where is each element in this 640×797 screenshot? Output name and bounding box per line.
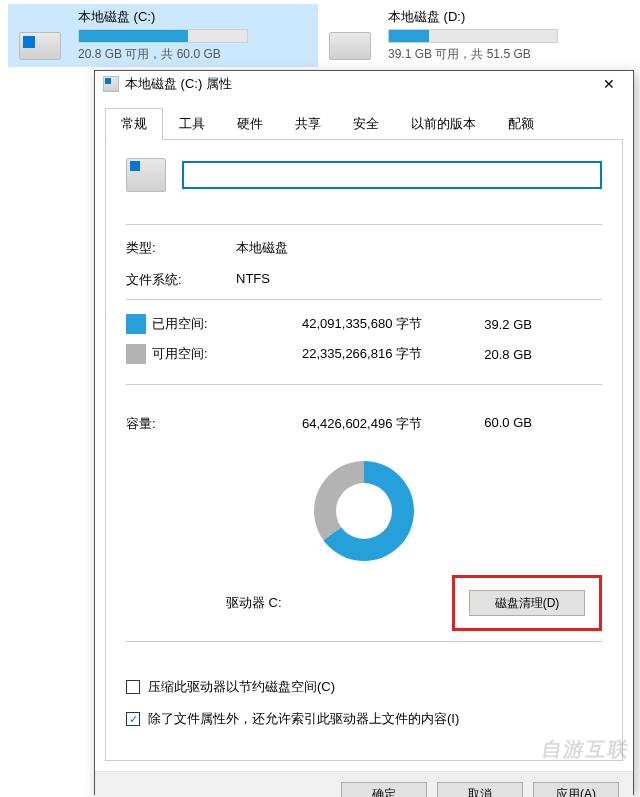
ok-button[interactable]: 确定 xyxy=(341,782,427,797)
divider xyxy=(126,384,602,385)
apply-button[interactable]: 应用(A) xyxy=(533,782,619,797)
capacity-label: 容量: xyxy=(126,415,252,433)
drive-status: 20.8 GB 可用，共 60.0 GB xyxy=(78,46,314,63)
used-swatch-icon xyxy=(126,314,146,334)
drive-info: 本地磁盘 (D:) 39.1 GB 可用，共 51.5 GB xyxy=(388,8,624,63)
tab-quota[interactable]: 配额 xyxy=(492,108,550,140)
type-value: 本地磁盘 xyxy=(236,239,602,257)
filesystem-label: 文件系统: xyxy=(126,271,236,289)
used-gb: 39.2 GB xyxy=(452,317,532,332)
free-swatch-icon xyxy=(126,344,146,364)
drive-icon xyxy=(322,12,378,60)
drive-label: 本地磁盘 (D:) xyxy=(388,8,624,26)
tab-previous[interactable]: 以前的版本 xyxy=(395,108,492,140)
tab-security[interactable]: 安全 xyxy=(337,108,395,140)
drive-label: 本地磁盘 (C:) xyxy=(78,8,314,26)
compress-checkbox[interactable] xyxy=(126,680,140,694)
cancel-button[interactable]: 取消 xyxy=(437,782,523,797)
dialog-title: 本地磁盘 (C:) 属性 xyxy=(125,75,589,93)
drive-usage-bar xyxy=(388,29,558,43)
dialog-button-row: 确定 取消 应用(A) xyxy=(95,771,633,797)
drive-usage-bar xyxy=(78,29,248,43)
capacity-row: 容量: 64,426,602,496 字节 60.0 GB xyxy=(126,415,602,433)
drive-letter-label: 驱动器 C: xyxy=(226,594,282,612)
disk-cleanup-button[interactable]: 磁盘清理(D) xyxy=(469,590,585,616)
tab-sharing[interactable]: 共享 xyxy=(279,108,337,140)
tab-hardware[interactable]: 硬件 xyxy=(221,108,279,140)
used-label: 已用空间: xyxy=(152,315,252,333)
filesystem-value: NTFS xyxy=(236,271,602,289)
properties-dialog: 本地磁盘 (C:) 属性 ✕ 常规 工具 硬件 共享 安全 以前的版本 配额 类… xyxy=(94,70,634,795)
drive-list: 本地磁盘 (C:) 20.8 GB 可用，共 60.0 GB 本地磁盘 (D:)… xyxy=(0,0,640,67)
free-space-row: 可用空间: 22,335,266,816 字节 20.8 GB xyxy=(126,344,602,364)
index-label: 除了文件属性外，还允许索引此驱动器上文件的内容(I) xyxy=(148,710,459,728)
tab-tools[interactable]: 工具 xyxy=(163,108,221,140)
highlight-annotation: 磁盘清理(D) xyxy=(452,575,602,631)
divider xyxy=(126,224,602,225)
type-label: 类型: xyxy=(126,239,236,257)
tab-content-general: 类型: 本地磁盘 文件系统: NTFS 已用空间: 42,091,335,680… xyxy=(105,139,623,761)
drive-info: 本地磁盘 (C:) 20.8 GB 可用，共 60.0 GB xyxy=(78,8,314,63)
usage-chart xyxy=(126,461,602,561)
free-bytes: 22,335,266,816 字节 xyxy=(252,345,452,363)
free-label: 可用空间: xyxy=(152,345,252,363)
free-gb: 20.8 GB xyxy=(452,347,532,362)
divider xyxy=(126,641,602,642)
drive-item-d[interactable]: 本地磁盘 (D:) 39.1 GB 可用，共 51.5 GB xyxy=(318,4,628,67)
used-bytes: 42,091,335,680 字节 xyxy=(252,315,452,333)
used-space-row: 已用空间: 42,091,335,680 字节 39.2 GB xyxy=(126,314,602,334)
volume-label-input[interactable] xyxy=(182,161,602,189)
drive-icon xyxy=(126,158,166,192)
drive-item-c[interactable]: 本地磁盘 (C:) 20.8 GB 可用，共 60.0 GB xyxy=(8,4,318,67)
drive-icon xyxy=(103,76,119,92)
tabstrip: 常规 工具 硬件 共享 安全 以前的版本 配额 xyxy=(95,97,633,139)
tab-general[interactable]: 常规 xyxy=(105,108,163,140)
dialog-titlebar[interactable]: 本地磁盘 (C:) 属性 ✕ xyxy=(95,71,633,97)
close-button[interactable]: ✕ xyxy=(589,71,629,97)
index-checkbox[interactable]: ✓ xyxy=(126,712,140,726)
donut-chart-icon xyxy=(314,461,414,561)
drive-icon xyxy=(12,12,68,60)
capacity-bytes: 64,426,602,496 字节 xyxy=(252,415,452,433)
compress-label: 压缩此驱动器以节约磁盘空间(C) xyxy=(148,678,335,696)
capacity-gb: 60.0 GB xyxy=(452,415,532,433)
drive-status: 39.1 GB 可用，共 51.5 GB xyxy=(388,46,624,63)
divider xyxy=(126,299,602,300)
